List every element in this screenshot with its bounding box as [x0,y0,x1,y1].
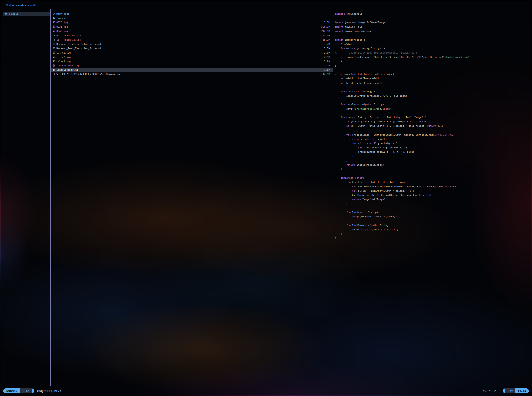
code-line: return Image(buffImage) [333,197,530,201]
code-line: } [333,59,530,63]
code-line: fun crop(x: Int, y: Int, width: Int, hei… [333,115,530,119]
code-line: } [333,236,530,240]
file-item-row[interactable]: ImageCropper.kt1.6K [51,68,333,72]
file-name: 0028.jpg [56,21,322,24]
file-size: 1.6K [324,68,330,71]
file-size: 12.5K [323,73,330,75]
code-line: fun black(width: Int, height: Int): Imag… [333,180,530,184]
file-item-row[interactable]: 0031.jpg586.3K [51,24,333,29]
file-size: 586.3K [321,25,330,28]
code-line [333,98,530,102]
code-line: val croppedImage = BufferedImage(width, … [333,133,530,137]
file-name: 0031.jpg [56,25,319,28]
file-name: 0042.jpg [56,30,319,32]
status-bar: NORMAL 1.6K ImageCropper.kt -rw-r--r-- 9… [1,388,531,394]
code-line: } [333,167,530,171]
yazi-panels: example DownloadsImages0028.jpg1.3M0031.… [3,9,530,386]
cursor-position: 14/15 [515,388,529,393]
file-item-row[interactable]: cal-c2.svg2.9K [51,55,333,59]
code-line: class Image(val buffImage: BufferedImage… [333,72,530,76]
code-line: } [333,201,530,206]
file-name: ImageCropper.kt [56,68,322,71]
image-icon [53,30,55,32]
status-right-group: -rw-r--r-- 93% 14/15 [480,388,529,393]
file-name: Images [56,17,330,19]
file-name: Backend_Test_Execution_Guide.md [56,47,322,50]
file-name: 09 - Track 09.wav [56,34,321,37]
code-line: fun saveResource(path: String) = [333,102,530,107]
code-line: } [333,154,530,158]
code-line: import java.awt.image.BufferedImage [333,20,530,24]
code-line [333,85,530,89]
file-item-row[interactable]: 0042.jpg212.9K [51,29,333,33]
parent-item-row[interactable]: example [3,12,50,16]
terminal-window: ~/Data/example/example example Downloads… [1,1,531,395]
code-line: return Image(croppedImage) [333,163,530,167]
image-icon [53,60,55,62]
powerline-cap-icon [32,388,34,393]
file-name: cal-c3.svg [56,60,322,63]
file-icon [53,69,55,71]
code-line: fun main(args: Array<String>) { [333,46,530,50]
image-icon [53,21,55,23]
code-line [333,219,530,223]
download-folder-icon [53,13,55,15]
file-item-row[interactable]: Backend_Frontend_Setup_Guide.md1.7K [51,42,333,46]
code-line: fun load(path: String) = [333,210,530,214]
audio-icon [53,34,55,37]
file-item-row[interactable]: IDEAsettings.zip5.2K [51,63,333,68]
code-line: Image(ImageIO.read(File(path))) [333,214,530,219]
mode-badge: NORMAL [3,388,20,393]
status-left-group: NORMAL 1.6K ImageCropper.kt [3,388,63,393]
code-line: } [333,158,530,163]
code-line: import java.io.File [333,24,530,29]
hovered-file-name: ImageCropper.kt [37,389,63,393]
file-size: 15.3M [323,38,330,41]
file-size: 15.3M [323,34,330,37]
code-line [333,68,530,72]
hovered-file-size: 1.6K [20,388,32,393]
code-line: val buffImage = BufferedImage(width, hei… [333,184,530,189]
code-line: croppedImage.setRGB(i - x, j - y, pixel) [333,150,530,154]
code-line [333,111,530,115]
file-list-pane[interactable]: DownloadsImages0028.jpg1.3M0031.jpg586.3… [51,9,333,386]
code-line: ImageIO.write(buffImage, "JPG", File(pat… [333,94,530,98]
code-line: Image.loadResource("black.jpg").crop(50,… [333,55,530,59]
file-item-row[interactable]: cal-c1.svg2.9K [51,50,333,55]
code-line: fun loadResource(path: String) = [333,223,530,227]
file-item-row[interactable]: 09 - Track 09.wav15.3M [51,33,333,37]
code-line: fun save(path: String) = [333,89,530,94]
code-line: object ImageCropper { [333,38,530,42]
code-line: // Image.black(100, 100).saveResource("b… [333,50,530,55]
code-line: companion object { [333,176,530,180]
image-icon [53,56,55,58]
file-name: 15 - Track 15.wav [56,38,321,41]
file-item-row[interactable]: 15 - Track 15.wav15.3M [51,38,333,42]
code-preview-pane[interactable]: package org.example import java.awt.imag… [333,9,530,386]
code-line: for (j in y until y + height) { [333,141,530,145]
file-item-row[interactable]: Downloads [51,12,333,16]
file-size: 5.2K [324,64,330,67]
file-size: 1.3M [324,21,330,24]
code-line [333,16,530,20]
code-line [333,33,530,37]
file-size: 2.9K [324,51,330,54]
file-item-row[interactable]: 0028.jpg1.3M [51,20,333,24]
file-item-row[interactable]: Images [51,16,333,20]
file-item-row[interactable]: Backend_Test_Execution_Guide.md1.3K [51,46,333,50]
file-size: 1.3K [324,47,330,50]
file-name: IDEAsettings.zip [56,64,322,67]
audio-icon [53,39,55,41]
code-line: } [333,63,530,68]
file-item-row[interactable]: cal-c3.svg2.9K [51,59,333,63]
file-size: 1.7K [324,43,330,45]
folder-icon [5,13,7,15]
file-item-row[interactable]: SBI_0032013739_2023_DE05_0003155631Invoi… [51,72,333,76]
code-line: buffImage.setRGB(0, 0, width, height, pi… [333,193,530,197]
code-line: if (x < 0 || y < 0 || width < 0 || heigh… [333,119,530,124]
parent-directory-pane[interactable]: example [3,9,50,386]
file-size: 2.9K [324,56,330,58]
file-name: cal-c1.svg [56,51,322,54]
file-name: cal-c2.svg [56,56,322,58]
image-icon [53,51,55,54]
